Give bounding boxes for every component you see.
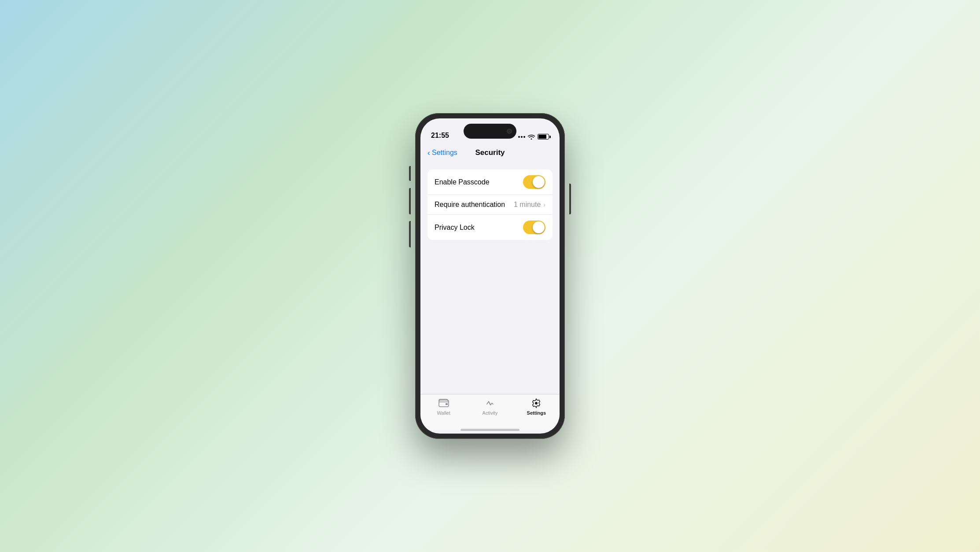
require-authentication-row[interactable]: Require authentication 1 minute ›	[427, 195, 553, 214]
phone-screen: 21:55 ‹ Settings Security	[420, 118, 560, 434]
chevron-right-icon: ›	[543, 201, 545, 208]
enable-passcode-toggle[interactable]	[523, 175, 545, 189]
home-indicator	[420, 430, 560, 434]
tab-wallet-label: Wallet	[437, 410, 450, 416]
camera-dot	[507, 129, 512, 134]
privacy-lock-toggle[interactable]	[523, 221, 545, 234]
require-authentication-right: 1 minute ›	[514, 201, 545, 209]
power-button	[569, 184, 571, 214]
tab-activity-label: Activity	[483, 410, 498, 416]
privacy-lock-label: Privacy Lock	[435, 224, 475, 232]
tab-settings-label: Settings	[527, 410, 546, 416]
enable-passcode-label: Enable Passcode	[435, 178, 490, 186]
home-bar	[461, 429, 519, 431]
back-label: Settings	[432, 149, 457, 157]
tab-settings[interactable]: Settings	[523, 398, 549, 416]
require-authentication-value: 1 minute	[514, 201, 541, 209]
enable-passcode-row[interactable]: Enable Passcode	[427, 169, 553, 195]
content-area: Enable Passcode Require authentication 1…	[420, 162, 560, 394]
status-time: 21:55	[431, 132, 449, 140]
phone-frame: 21:55 ‹ Settings Security	[415, 113, 565, 439]
dynamic-island	[464, 124, 516, 139]
volume-down-button	[409, 221, 411, 247]
signal-icon	[518, 136, 525, 138]
back-chevron-icon: ‹	[427, 148, 430, 158]
settings-icon	[531, 398, 542, 408]
wallet-icon	[438, 398, 449, 408]
battery-icon	[538, 134, 549, 140]
tab-bar: Wallet Activity Settings	[420, 394, 560, 430]
back-button[interactable]: ‹ Settings	[427, 148, 457, 158]
wifi-icon	[528, 134, 535, 140]
tab-activity[interactable]: Activity	[477, 398, 503, 416]
svg-rect-1	[446, 403, 448, 405]
tab-wallet[interactable]: Wallet	[431, 398, 457, 416]
silent-switch	[409, 166, 411, 181]
security-settings-group: Enable Passcode Require authentication 1…	[427, 169, 553, 240]
volume-up-button	[409, 188, 411, 214]
nav-bar: ‹ Settings Security	[420, 143, 560, 162]
status-icons	[518, 134, 549, 140]
page-title: Security	[475, 148, 505, 157]
require-authentication-label: Require authentication	[435, 201, 505, 209]
privacy-lock-row[interactable]: Privacy Lock	[427, 214, 553, 240]
svg-point-2	[535, 402, 538, 405]
activity-icon	[485, 398, 495, 408]
